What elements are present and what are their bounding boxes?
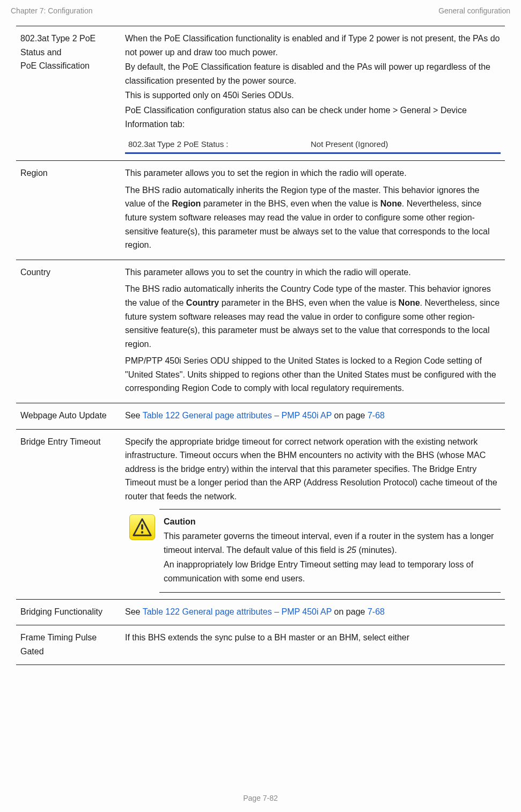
- row-value-cell: Specify the appropriate bridge timeout f…: [121, 429, 505, 599]
- bold-text: None: [380, 199, 402, 208]
- row-label: PoE Classification: [20, 59, 116, 73]
- poe-status-value: Not Present (Ignored): [311, 138, 497, 151]
- paragraph: This parameter allows you to set the cou…: [125, 265, 501, 279]
- text: This parameter governs the timeout inter…: [164, 532, 494, 555]
- paragraph: This parameter governs the timeout inter…: [164, 529, 496, 557]
- text: See: [125, 411, 143, 420]
- row-label: Country: [20, 268, 50, 277]
- paragraph: An inappropriately low Bridge Entry Time…: [164, 558, 496, 585]
- header-left: Chapter 7: Configuration: [11, 6, 93, 15]
- table-row: Country This parameter allows you to set…: [16, 260, 505, 403]
- paragraph: Specify the appropriate bridge timeout f…: [125, 435, 501, 504]
- paragraph: By default, the PoE Classification featu…: [125, 60, 501, 87]
- paragraph: This parameter allows you to set the reg…: [125, 166, 501, 180]
- caution-icon: [129, 514, 155, 540]
- page-reference-link[interactable]: 7-68: [368, 607, 385, 616]
- text: parameter in the BHS, even when the valu…: [219, 298, 398, 307]
- row-value-cell: If this BHS extends the sync pulse to a …: [121, 625, 505, 665]
- table-row: Frame Timing Pulse Gated If this BHS ext…: [16, 625, 505, 665]
- paragraph: The BHS radio automatically inherits the…: [125, 183, 501, 252]
- text: (minutes).: [356, 545, 397, 555]
- table-row: Bridge Entry Timeout Specify the appropr…: [16, 429, 505, 599]
- row-value-cell: See Table 122 General page attributes – …: [121, 403, 505, 430]
- row-label: Bridge Entry Timeout: [20, 437, 100, 446]
- row-label-cell: Country: [16, 260, 121, 403]
- row-label: 802.3at Type 2 PoE Status and: [20, 32, 116, 59]
- bold-text: Country: [186, 298, 219, 307]
- caution-title: Caution: [164, 517, 196, 526]
- paragraph: PMP/PTP 450i Series ODU shipped to the U…: [125, 354, 501, 395]
- italic-text: 25: [347, 545, 356, 555]
- paragraph: When the PoE Classification functionalit…: [125, 32, 501, 59]
- text: on page: [332, 607, 368, 616]
- poe-status-bar: 802.3at Type 2 PoE Status : Not Present …: [125, 135, 501, 154]
- cross-reference-link[interactable]: Table 122 General page attributes – PMP …: [143, 607, 332, 616]
- row-label: Webpage Auto Update: [20, 411, 107, 420]
- caution-box: Caution This parameter governs the timeo…: [125, 509, 501, 593]
- caution-text-cell: Caution This parameter governs the timeo…: [159, 509, 501, 592]
- row-value-cell: This parameter allows you to set the cou…: [121, 260, 505, 403]
- paragraph: If this BHS extends the sync pulse to a …: [125, 631, 501, 645]
- row-value-cell: This parameter allows you to set the reg…: [121, 161, 505, 260]
- text: on page: [332, 411, 368, 420]
- header-right: General configuration: [438, 6, 510, 15]
- caution-icon-cell: [125, 509, 159, 592]
- svg-rect-1: [141, 524, 143, 529]
- row-label-cell: Webpage Auto Update: [16, 403, 121, 430]
- content-area: 802.3at Type 2 PoE Status and PoE Classi…: [0, 26, 521, 665]
- row-label-cell: Bridging Functionality: [16, 599, 121, 625]
- row-label-cell: Bridge Entry Timeout: [16, 429, 121, 599]
- row-label-cell: Frame Timing Pulse Gated: [16, 625, 121, 665]
- bold-text: None: [399, 298, 420, 307]
- table-row: Webpage Auto Update See Table 122 Genera…: [16, 403, 505, 430]
- row-label: Frame Timing Pulse Gated: [20, 633, 97, 656]
- paragraph: The BHS radio automatically inherits the…: [125, 282, 501, 351]
- text: See: [125, 607, 143, 616]
- text: parameter in the BHS, even when the valu…: [201, 199, 380, 208]
- table-row: Bridging Functionality See Table 122 Gen…: [16, 599, 505, 625]
- row-value-cell: See Table 122 General page attributes – …: [121, 599, 505, 625]
- attributes-table: 802.3at Type 2 PoE Status and PoE Classi…: [16, 26, 505, 665]
- page-footer: Page 7-82: [0, 794, 521, 802]
- row-label-cell: Region: [16, 161, 121, 260]
- row-label: Bridging Functionality: [20, 607, 102, 616]
- cross-reference-link[interactable]: Table 122 General page attributes – PMP …: [143, 411, 332, 420]
- table-row: 802.3at Type 2 PoE Status and PoE Classi…: [16, 26, 505, 161]
- bold-text: Region: [172, 199, 201, 208]
- row-label: Region: [20, 168, 48, 178]
- svg-point-2: [141, 531, 143, 533]
- poe-status-label: 802.3at Type 2 PoE Status :: [128, 138, 311, 151]
- page-number: Page 7-82: [243, 794, 278, 802]
- table-row: Region This parameter allows you to set …: [16, 161, 505, 260]
- row-label-cell: 802.3at Type 2 PoE Status and PoE Classi…: [16, 26, 121, 161]
- paragraph: This is supported only on 450i Series OD…: [125, 88, 501, 102]
- page-reference-link[interactable]: 7-68: [368, 411, 385, 420]
- paragraph: PoE Classification configuration status …: [125, 104, 501, 131]
- page-header: Chapter 7: Configuration General configu…: [0, 0, 521, 26]
- row-value-cell: When the PoE Classification functionalit…: [121, 26, 505, 161]
